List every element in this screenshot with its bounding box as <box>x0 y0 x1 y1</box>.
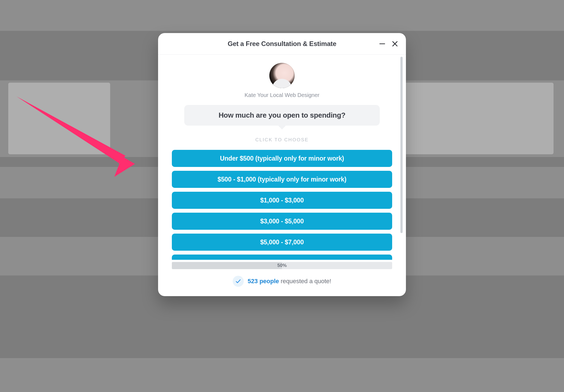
progress-bar: 50% <box>172 262 392 269</box>
close-icon <box>392 41 398 47</box>
budget-option-500-1000[interactable]: $500 - $1,000 (typically only for minor … <box>172 171 392 188</box>
social-proof-suffix: requested a quote! <box>279 278 331 285</box>
persona-avatar <box>269 63 295 88</box>
modal-header: Get a Free Consultation & Estimate <box>158 33 406 55</box>
social-proof-count: 523 people <box>248 278 279 285</box>
social-proof-row: 523 people requested a quote! <box>172 276 392 287</box>
avatar-wrap <box>172 63 392 88</box>
background-card <box>391 83 554 154</box>
budget-option-3000-5000[interactable]: $3,000 - $5,000 <box>172 213 392 230</box>
budget-option-7000-10000[interactable]: $7,000 - $10,000 <box>172 255 392 260</box>
option-label: $3,000 - $5,000 <box>260 218 304 225</box>
modal-title: Get a Free Consultation & Estimate <box>228 40 337 48</box>
check-icon <box>235 278 241 284</box>
close-button[interactable] <box>391 40 399 48</box>
minimize-button[interactable] <box>378 40 386 48</box>
background-card <box>8 83 110 154</box>
progress-label: 50% <box>172 262 392 269</box>
option-label: $5,000 - $7,000 <box>260 239 304 246</box>
options-list: Under $500 (typically only for minor wor… <box>172 150 392 260</box>
option-label: $500 - $1,000 (typically only for minor … <box>218 176 346 183</box>
budget-option-1000-3000[interactable]: $1,000 - $3,000 <box>172 192 392 209</box>
modal-body: Kate Your Local Web Designer How much ar… <box>158 55 406 260</box>
budget-option-under-500[interactable]: Under $500 (typically only for minor wor… <box>172 150 392 167</box>
budget-option-5000-7000[interactable]: $5,000 - $7,000 <box>172 234 392 251</box>
minimize-icon <box>379 40 386 47</box>
option-label: Under $500 (typically only for minor wor… <box>220 155 344 162</box>
consultation-modal: Get a Free Consultation & Estimate Kate … <box>158 33 406 296</box>
modal-header-actions <box>378 33 399 54</box>
option-label: $1,000 - $3,000 <box>260 197 304 204</box>
check-badge <box>233 276 244 287</box>
choose-hint: CLICK TO CHOOSE <box>172 137 392 143</box>
persona-label: Kate Your Local Web Designer <box>172 92 392 98</box>
social-proof-text: 523 people requested a quote! <box>248 278 331 285</box>
question-bubble: How much are you open to spending? <box>184 105 380 126</box>
modal-footer: 50% 523 people requested a quote! <box>158 262 406 296</box>
